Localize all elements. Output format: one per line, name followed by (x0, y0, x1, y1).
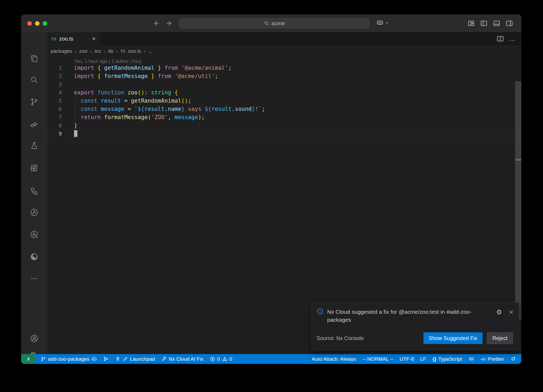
customize-layout-icon[interactable] (467, 19, 475, 27)
layout-controls (467, 19, 513, 27)
testing-icon[interactable] (30, 141, 39, 150)
wrench-icon (161, 356, 167, 362)
formatter-label: Prettier (488, 356, 504, 362)
status-bar: add-zoo-packages Launchpad Nx Cloud AI F… (21, 354, 521, 364)
search-icon[interactable] (30, 75, 39, 84)
language-label: TypeScript (438, 356, 462, 362)
code-text: import { formatMessage } from '@acme/uti… (62, 72, 218, 80)
code-line[interactable]: 3 (47, 80, 521, 89)
notification-settings-gear-icon[interactable]: ⚙ (496, 308, 502, 316)
split-editor-icon[interactable] (496, 35, 504, 43)
info-icon (317, 308, 323, 324)
command-center-search[interactable]: acme (179, 18, 369, 28)
git-branch-icon (41, 356, 46, 362)
activity-bar: ⚙ (21, 32, 47, 354)
notification-message: Nx Cloud suggested a fix for @acme/zoo:t… (327, 308, 490, 324)
copilot-icon (468, 356, 474, 362)
remote-icon (26, 356, 31, 362)
code-text (62, 130, 77, 138)
notification-close-icon[interactable] (508, 309, 514, 315)
show-suggested-fix-button[interactable]: Show Suggested Fix (423, 332, 483, 344)
back-arrow-icon[interactable] (152, 19, 161, 28)
nx-console-icon[interactable] (30, 187, 39, 196)
vscode-window: acme (21, 15, 521, 364)
nx-project-graph-search-icon[interactable] (30, 230, 39, 239)
breadcrumb-item[interactable]: lib (108, 48, 113, 54)
eol-item[interactable]: LF (418, 354, 429, 364)
typescript-file-icon: TS (120, 49, 125, 53)
code-line[interactable]: 4export function zoo(): string { (47, 89, 521, 97)
code-line[interactable]: 9 (47, 130, 521, 138)
link-icon (122, 356, 128, 362)
double-check-icon (480, 356, 486, 362)
tab-label: zoo.ts (59, 36, 73, 42)
source-control-graph-item[interactable] (100, 354, 111, 364)
code-text (62, 80, 74, 89)
code-text: return formatMessage('ZOO', message); (62, 113, 205, 121)
breadcrumb-item[interactable]: packages (51, 48, 72, 54)
graph-icon (103, 356, 109, 362)
launchpad-item[interactable]: Launchpad (112, 354, 157, 364)
code-line[interactable]: 8} (47, 121, 521, 130)
remote-indicator[interactable] (21, 354, 36, 364)
explorer-icon[interactable] (30, 54, 39, 63)
git-branch-item[interactable]: add-zoo-packages (38, 354, 99, 364)
notifications-bell-item[interactable] (508, 354, 519, 364)
nx-cloud-ai-fix-item[interactable]: Nx Cloud AI Fix (159, 354, 206, 364)
cloud-upload-icon (91, 356, 97, 362)
breadcrumb-item[interactable]: zoo (79, 48, 87, 54)
error-count: 0 (217, 356, 220, 362)
toggle-panel-icon[interactable] (493, 19, 501, 27)
code-line[interactable]: 5 const result = getRandomAnimal(); (47, 97, 521, 105)
breadcrumb: packages›zoo›src›lib›TSzoo.ts›... (47, 45, 521, 57)
zoom-window-button[interactable] (43, 21, 47, 26)
bell-dot-icon (510, 356, 516, 362)
auto-attach-label: Auto Attach: Always (312, 356, 356, 362)
vim-mode-item[interactable]: -- NORMAL -- (360, 354, 396, 364)
reject-button[interactable]: Reject (487, 332, 513, 344)
extensions-icon[interactable] (30, 164, 39, 173)
code-line[interactable]: 7 return formatMessage('ZOO', message); (47, 113, 521, 121)
editor-scrollbar[interactable] (515, 81, 521, 320)
breadcrumb-item[interactable]: src (94, 48, 101, 54)
close-window-button[interactable] (27, 21, 32, 26)
copilot-icon (376, 19, 384, 27)
copilot-status-item[interactable] (466, 354, 477, 364)
toggle-primary-sidebar-icon[interactable] (480, 19, 488, 27)
error-circle-icon (210, 356, 215, 362)
edge-browser-icon[interactable] (30, 252, 39, 261)
code-line[interactable]: 1import { getRandomAnimal } from '@acme/… (47, 64, 521, 72)
warning-triangle-icon (222, 356, 227, 362)
toggle-secondary-sidebar-icon[interactable] (505, 19, 513, 27)
line-number: 2 (47, 72, 62, 80)
forward-arrow-icon[interactable] (165, 19, 174, 28)
breadcrumb-separator-icon: › (144, 48, 146, 54)
tab-zoo-ts[interactable]: TS zoo.ts × (47, 32, 99, 45)
breadcrumb-separator-icon: › (90, 48, 92, 54)
minimize-window-button[interactable] (35, 21, 40, 26)
desktop: acme (0, 0, 543, 392)
run-debug-icon[interactable] (30, 120, 39, 129)
more-actions-icon[interactable]: … (509, 35, 516, 42)
encoding-label: UTF-8 (400, 356, 414, 362)
breadcrumb-separator-icon: › (104, 48, 106, 54)
encoding-item[interactable]: UTF-8 (397, 354, 417, 364)
problems-item[interactable]: 0 0 (207, 354, 235, 364)
auto-attach-item[interactable]: Auto Attach: Always (309, 354, 359, 364)
source-control-icon[interactable] (30, 97, 39, 106)
nx-cloud-icon[interactable] (30, 208, 39, 217)
breadcrumb-item[interactable]: zoo.ts (128, 48, 141, 54)
more-icon[interactable] (30, 274, 39, 283)
line-number: 9 (47, 130, 62, 138)
code-line[interactable]: 2import { formatMessage } from '@acme/ut… (47, 72, 521, 80)
chevron-down-icon (384, 20, 389, 25)
formatter-item[interactable]: Prettier (478, 354, 507, 364)
breadcrumb-item[interactable]: ... (148, 48, 152, 54)
language-mode-item[interactable]: {} TypeScript (430, 354, 465, 364)
code-text: const result = getRandomAnimal(); (62, 97, 191, 105)
account-icon[interactable] (30, 334, 39, 343)
line-number: 8 (47, 121, 62, 130)
code-line[interactable]: 6 const message = `${result.name} says $… (47, 105, 521, 113)
copilot-menu[interactable] (376, 19, 389, 27)
close-tab-icon[interactable]: × (92, 36, 96, 42)
